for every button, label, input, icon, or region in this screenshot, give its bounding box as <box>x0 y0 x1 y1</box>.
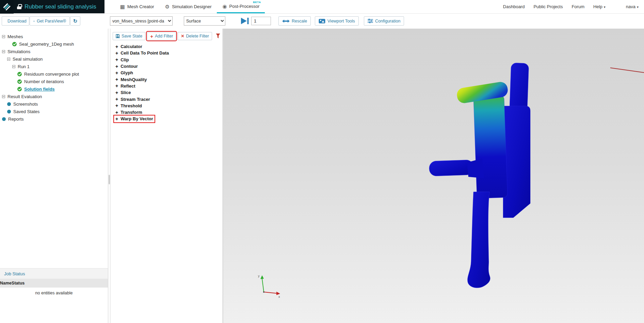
tree-item[interactable]: Reports <box>0 115 108 123</box>
render-viewport[interactable]: x y <box>223 29 644 323</box>
add-filter-button[interactable]: + Add Filter <box>147 32 176 40</box>
header-links: Dashboard Public Projects Forum Help nav… <box>503 0 644 13</box>
tree-item-label: Simulations <box>7 49 30 54</box>
play-icon <box>240 17 249 25</box>
clear-filters-button[interactable] <box>216 33 220 39</box>
help-menu[interactable]: Help <box>593 4 606 9</box>
save-icon <box>116 34 120 38</box>
tree-item-label: Number of iterations <box>24 79 64 84</box>
play-button[interactable] <box>240 17 249 25</box>
mesh-grid-icon <box>120 4 125 9</box>
tab-label: Post-Processor <box>229 4 260 9</box>
rescale-button[interactable]: Rescale <box>278 16 311 26</box>
filter-label: Stream Tracer <box>120 97 150 102</box>
minus-box-icon <box>7 58 10 61</box>
refresh-button[interactable]: ↻ <box>70 16 80 26</box>
tree-item[interactable]: Simulations <box>0 48 108 55</box>
filter-list-item[interactable]: Warp By Vector <box>114 116 155 122</box>
filter-list-item[interactable]: Reflect <box>114 83 137 89</box>
filter-list: Calculator Cell Data To Point Data Clip … <box>113 43 222 122</box>
tree-item[interactable]: Result Evaluation <box>0 93 108 100</box>
tree-item-label: Seal_geometry_1Deg mesh <box>19 42 74 47</box>
filter-panel: Save State + Add Filter ✕ Delete Filter … <box>110 29 223 323</box>
minus-box-icon <box>2 95 5 98</box>
job-status-empty-message: no entities available <box>0 291 108 295</box>
dot-icon <box>2 117 6 121</box>
filter-list-item[interactable]: Cell Data To Point Data <box>114 50 170 56</box>
filter-list-item[interactable]: Calculator <box>114 43 144 50</box>
field-select[interactable]: von_Mises_stress [point-da <box>110 16 173 26</box>
filter-label: MeshQuality <box>120 77 147 82</box>
job-status-panel: Job Status NameStatus no entities availa… <box>0 268 108 295</box>
filter-list-item[interactable]: Threshold <box>114 103 143 109</box>
filter-list-item[interactable]: Slice <box>114 89 132 96</box>
filter-label: Clip <box>120 57 129 62</box>
job-status-column-header: Name <box>0 281 12 286</box>
viewport-tools-button[interactable]: Viewport Tools <box>315 16 359 26</box>
frame-input[interactable] <box>251 17 271 25</box>
filter-list-item[interactable]: Glyph <box>114 70 134 76</box>
header-link-dashboard[interactable]: Dashboard <box>503 4 525 9</box>
project-tree-sidebar: Meshes Seal_geometry_1Deg mesh Simulatio… <box>0 29 108 323</box>
project-tree: Meshes Seal_geometry_1Deg mesh Simulatio… <box>0 29 108 123</box>
filter-label: Contour <box>120 64 138 69</box>
tree-item-label: Reports <box>8 117 24 122</box>
get-paraview-button[interactable]: Get ParaView® <box>30 16 70 26</box>
filter-label: Transform <box>120 110 142 115</box>
tree-item[interactable]: Saved States <box>0 108 108 115</box>
gears-icon <box>165 4 170 9</box>
user-menu[interactable]: nava <box>626 4 639 9</box>
filter-list-item[interactable]: Transform <box>114 109 144 116</box>
tree-item-label: Residuum convergence plot <box>24 72 79 77</box>
delete-x-icon: ✕ <box>181 34 184 38</box>
tree-item[interactable]: Screenshots <box>0 100 108 108</box>
representation-select[interactable]: Surface <box>184 16 225 26</box>
brand-block: Rubber seal sliding analysis <box>0 0 104 13</box>
funnel-icon <box>216 33 220 39</box>
tree-item[interactable]: Solution fields <box>0 85 108 93</box>
save-state-button[interactable]: Save State <box>113 32 145 40</box>
filter-list-item[interactable]: MeshQuality <box>114 76 148 82</box>
download-button[interactable]: Download <box>2 16 29 26</box>
dot-icon <box>7 110 11 113</box>
panel-resize-handle[interactable] <box>109 175 110 184</box>
header-link-public-projects[interactable]: Public Projects <box>533 4 563 9</box>
filter-label: Cell Data To Point Data <box>120 50 169 56</box>
tree-item[interactable]: Residuum convergence plot <box>0 70 108 78</box>
axis-x-label: x <box>278 295 280 298</box>
app-tab[interactable]: Mesh Creator <box>115 0 160 13</box>
tree-item-label: Seal simulation <box>13 57 43 62</box>
filter-label: Warp By Vector <box>120 116 153 121</box>
tree-item[interactable]: Run 1 <box>0 63 108 70</box>
tree-item[interactable]: Meshes <box>0 33 108 40</box>
header-link-forum[interactable]: Forum <box>571 4 584 9</box>
filter-list-item[interactable]: Clip <box>114 57 130 63</box>
filter-list-item[interactable]: Stream Tracer <box>114 96 151 102</box>
filter-label: Threshold <box>120 103 142 108</box>
filter-label: Calculator <box>120 44 142 49</box>
app-tabs: Mesh Creator Simulation Designer Post-Pr… <box>115 0 265 13</box>
check-icon <box>17 87 22 91</box>
configuration-button[interactable]: Configuration <box>364 16 404 26</box>
job-status-title: Job Status <box>0 268 108 279</box>
lock-icon <box>17 4 21 9</box>
filter-label: Slice <box>120 90 131 95</box>
dot-icon <box>7 102 11 106</box>
app-tab[interactable]: Post-Processor BETA <box>217 0 265 13</box>
filter-panel-buttons: Save State + Add Filter ✕ Delete Filter <box>113 32 222 40</box>
tree-item[interactable]: Seal simulation <box>0 55 108 63</box>
tree-item[interactable]: Number of iterations <box>0 78 108 85</box>
axis-y-label: y <box>258 274 260 278</box>
tree-item-label: Saved States <box>13 109 39 114</box>
job-status-columns: NameStatus <box>0 279 108 288</box>
delete-filter-button[interactable]: ✕ Delete Filter <box>178 32 212 40</box>
top-header: Rubber seal sliding analysis Mesh Creato… <box>0 0 644 14</box>
minus-box-icon <box>12 65 15 68</box>
tree-item[interactable]: Seal_geometry_1Deg mesh <box>0 40 108 48</box>
filter-list-item[interactable]: Contour <box>114 63 139 70</box>
simscale-logo-icon[interactable] <box>0 0 14 14</box>
tree-item-label: Run 1 <box>18 64 30 69</box>
minus-box-icon <box>2 35 5 38</box>
minus-box-icon <box>2 50 5 53</box>
app-tab[interactable]: Simulation Designer <box>160 0 217 13</box>
